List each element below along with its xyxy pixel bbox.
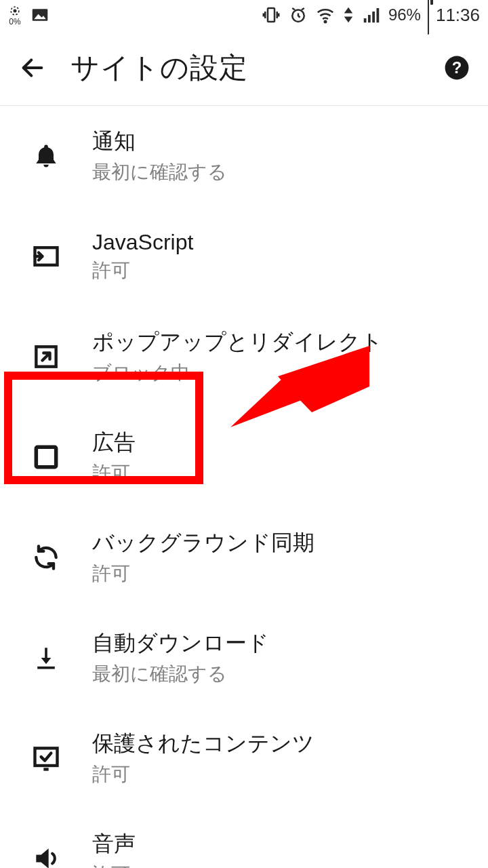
svg-rect-9: [364, 18, 367, 22]
back-button[interactable]: [14, 49, 52, 87]
row-sub: 最初に確認する: [92, 661, 466, 687]
svg-point-6: [325, 21, 327, 23]
row-sub: 許可: [92, 862, 466, 868]
settings-list: 通知 最初に確認する JavaScript 許可 ポップアップとリダイレクト ブ…: [0, 106, 488, 868]
row-sub: 許可: [92, 762, 466, 787]
javascript-icon: [31, 241, 61, 271]
svg-rect-17: [36, 447, 56, 467]
protected-content-icon: [31, 743, 61, 773]
vibrate-icon: [261, 5, 281, 25]
row-auto-download[interactable]: 自動ダウンロード 最初に確認する: [0, 608, 488, 708]
row-javascript[interactable]: JavaScript 許可: [0, 206, 488, 307]
updown-icon: [342, 5, 354, 25]
sound-icon: [31, 844, 61, 868]
data-saver-pct: 0%: [9, 18, 20, 26]
row-label: 音声: [92, 829, 466, 859]
row-sub: 最初に確認する: [92, 159, 466, 185]
svg-rect-11: [372, 12, 375, 22]
sync-icon: [31, 542, 61, 572]
picture-icon: [30, 5, 50, 25]
row-popups[interactable]: ポップアップとリダイレクト ブロック中: [0, 307, 488, 407]
app-bar: サイトの設定 ?: [0, 30, 488, 106]
row-label: バックグラウンド同期: [92, 528, 466, 558]
row-label: 保護されたコンテンツ: [92, 729, 466, 759]
row-label: JavaScript: [92, 230, 466, 255]
bell-icon: [31, 141, 61, 171]
row-background-sync[interactable]: バックグラウンド同期 許可: [0, 507, 488, 608]
popup-icon: [31, 342, 61, 372]
row-ads[interactable]: 広告 許可: [0, 407, 488, 507]
svg-rect-18: [37, 667, 55, 669]
row-label: ポップアップとリダイレクト: [92, 328, 466, 357]
row-notifications[interactable]: 通知 最初に確認する: [0, 106, 488, 206]
row-sub: 許可: [92, 460, 466, 486]
signal-icon: [361, 5, 382, 25]
svg-rect-4: [268, 8, 274, 22]
row-sound[interactable]: 音声 許可: [0, 808, 488, 868]
svg-marker-8: [344, 17, 353, 23]
battery-pct: 96%: [388, 5, 421, 24]
row-sub: 許可: [92, 258, 466, 283]
svg-text:?: ?: [452, 58, 462, 76]
row-sub: 許可: [92, 561, 466, 587]
row-label: 自動ダウンロード: [92, 629, 466, 658]
ads-icon: [31, 442, 61, 472]
data-saver-icon: 0%: [8, 4, 22, 26]
svg-point-1: [14, 9, 16, 12]
row-label: 広告: [92, 428, 466, 458]
download-icon: [31, 643, 61, 673]
svg-rect-12: [376, 8, 379, 22]
row-sub: ブロック中: [92, 360, 466, 386]
alarm-icon: [288, 5, 308, 25]
row-label: 通知: [92, 127, 466, 157]
wifi-icon: [315, 5, 336, 25]
help-button[interactable]: ?: [442, 53, 472, 83]
battery-icon: [428, 0, 429, 34]
status-bar: 0% 96% 11:36: [0, 0, 488, 30]
svg-marker-7: [344, 7, 353, 14]
svg-rect-10: [368, 15, 371, 22]
page-title: サイトの設定: [70, 49, 248, 87]
status-time: 11:36: [436, 5, 480, 26]
row-protected-content[interactable]: 保護されたコンテンツ 許可: [0, 708, 488, 808]
